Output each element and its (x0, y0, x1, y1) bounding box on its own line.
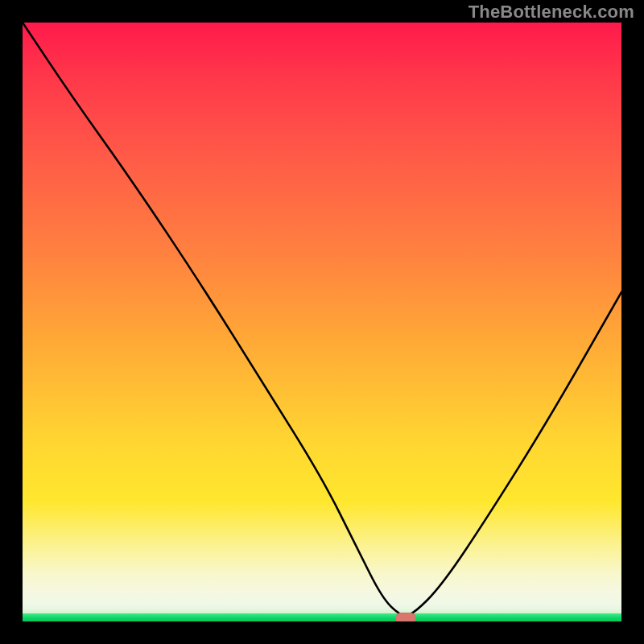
chart-frame: TheBottleneck.com (0, 0, 644, 644)
watermark-text: TheBottleneck.com (469, 2, 634, 23)
plot-area (23, 23, 621, 621)
optimal-marker (395, 613, 416, 621)
bottleneck-curve (23, 23, 621, 621)
curve-path (23, 23, 621, 616)
